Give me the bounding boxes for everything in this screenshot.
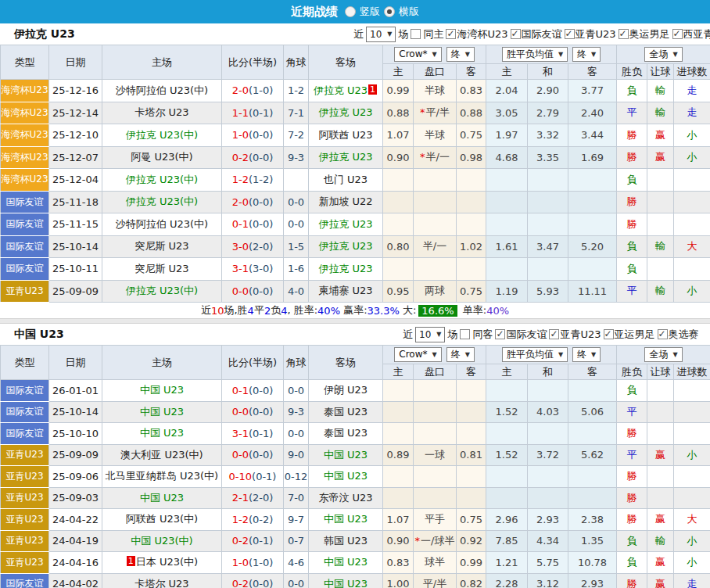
team-link[interactable]: 中国 U23	[324, 513, 368, 525]
layout-vertical-label[interactable]: 竖版	[360, 5, 380, 19]
team-link[interactable]: 中国 U23	[140, 406, 184, 418]
team-link[interactable]: 突尼斯 U23	[134, 263, 188, 274]
mean-select[interactable]: 胜平负均值▼	[502, 347, 568, 362]
result-cell: 平	[617, 401, 647, 423]
league-filter-label[interactable]: 奥选赛	[669, 328, 699, 342]
team-link[interactable]: 也门 U23	[324, 174, 368, 185]
team-link[interactable]: 澳大利亚 U23(中)	[120, 449, 203, 461]
odds-away-cell	[457, 401, 486, 423]
odds-company-select[interactable]: Crow*▼	[394, 47, 441, 62]
odds-home-cell: 0.80	[383, 235, 414, 258]
layout-vertical-radio[interactable]	[345, 6, 356, 17]
team-link[interactable]: 突尼斯 U23	[134, 240, 188, 252]
team-link[interactable]: 东帝汶 U23	[318, 492, 372, 504]
recent-count-select[interactable]: 10▼	[415, 327, 445, 342]
league-checkbox[interactable]	[495, 329, 505, 339]
league-filter-label[interactable]: 国际友谊	[506, 328, 547, 342]
team-link[interactable]: 伊拉克 U23(中)	[126, 195, 198, 207]
team-link[interactable]: 伊拉克 U23	[314, 84, 368, 96]
team-link[interactable]: 伊拉克 U23(中)	[126, 174, 198, 185]
team-link[interactable]: 新加坡 U22	[318, 195, 372, 207]
league-filter-label[interactable]: 奥运男足	[629, 27, 670, 41]
team-link[interactable]: 中国 U23	[140, 384, 184, 396]
team-link[interactable]: 中国 U23	[324, 470, 368, 482]
same-venue-checkbox[interactable]	[411, 29, 421, 39]
odds-company-select[interactable]: Crow*▼	[394, 347, 441, 362]
mean-away-cell: 10.78	[568, 552, 617, 574]
date-cell: 25-12-04	[49, 169, 102, 192]
goals-result-cell: 大	[674, 509, 710, 531]
odds-select-group: Crow*▼终▼	[383, 346, 486, 364]
handicap-star: *	[415, 535, 421, 547]
match-row: 海湾杯U2325-12-10伊拉克 U23(中)1-0(0-0)7-2阿联酋 U…	[1, 124, 710, 147]
team-link[interactable]: 伊拉克 U23	[318, 151, 372, 163]
mean-state-select[interactable]: 终▼	[572, 47, 601, 62]
team-link[interactable]: 泰国 U23	[324, 427, 368, 439]
scope-select[interactable]: 全场▼	[644, 347, 682, 362]
away-team-cell: 中国 U23	[309, 444, 383, 466]
away-team-cell: 伊拉克 U23	[309, 213, 383, 236]
final-score: 1-2	[232, 174, 249, 185]
league-checkbox[interactable]	[658, 329, 668, 339]
home-team-cell: 中国 U23	[102, 380, 222, 402]
team-link[interactable]: 中国 U23	[140, 427, 184, 439]
col-header-handicap: 盘口	[414, 364, 457, 380]
mean-state-select[interactable]: 终▼	[572, 347, 601, 362]
mean-select[interactable]: 胜平负均值▼	[502, 47, 568, 62]
mean-home-cell: 4.68	[486, 146, 528, 169]
league-filter-label[interactable]: 亚青U23	[576, 27, 616, 41]
team-link[interactable]: 阿联酋 U23	[318, 129, 372, 141]
team-link[interactable]: 阿曼 U23(中)	[131, 151, 192, 163]
team-link[interactable]: 伊拉克 U23(中)	[126, 285, 198, 296]
league-checkbox[interactable]	[672, 29, 683, 39]
recent-count-select[interactable]: 10▼	[366, 27, 396, 42]
team-link[interactable]: 中国 U23	[324, 449, 368, 461]
same-venue-label[interactable]: 同客	[472, 328, 493, 342]
team-link[interactable]: 伊拉克 U23	[318, 106, 372, 118]
team-link[interactable]: 伊拉克 U23(中)	[126, 129, 198, 141]
near-label: 近	[353, 27, 364, 41]
team-link[interactable]: 韩国 U23	[324, 535, 368, 547]
team-link[interactable]: 伊拉克 U23	[318, 263, 372, 274]
team-link[interactable]: 中国 U23(中)	[131, 535, 192, 547]
same-venue-label[interactable]: 同主	[423, 27, 443, 41]
league-filter-label[interactable]: 亚运男足	[615, 328, 655, 342]
team-link[interactable]: 日本 U23(中)	[136, 556, 198, 568]
team-link[interactable]: 中国 U23	[324, 578, 368, 588]
league-filter-label[interactable]: 国际友谊	[522, 27, 562, 41]
league-checkbox[interactable]	[619, 29, 629, 39]
team-link[interactable]: 伊拉克 U23	[318, 218, 372, 230]
team-link[interactable]: 中国 U23	[324, 556, 368, 568]
team-link[interactable]: 泰国 U23	[324, 406, 368, 418]
team-link[interactable]: 伊朗 U23	[324, 384, 368, 396]
team-link[interactable]: 卡塔尔 U23	[134, 578, 188, 588]
odds-away-cell: 0.75	[457, 509, 486, 531]
scope-select[interactable]: 全场▼	[644, 47, 682, 62]
corner-cell	[284, 169, 309, 192]
team-link[interactable]: 阿联酋 U23(中)	[126, 513, 198, 525]
league-checkbox[interactable]	[511, 29, 521, 39]
chevron-down-icon: ▼	[436, 331, 441, 338]
mean-draw-cell	[528, 423, 568, 445]
league-filter-label[interactable]: 西亚青锦	[683, 27, 710, 41]
layout-horizontal-radio[interactable]	[384, 6, 395, 17]
col-header-handicap: 盘口	[414, 64, 457, 80]
match-row: 亚青U2325-09-09伊拉克 U23(中)0-0(0-0)4-0柬埔寨 U2…	[1, 280, 710, 303]
odds-state-select[interactable]: 终▼	[446, 47, 475, 62]
team-link[interactable]: 卡塔尔 U23	[134, 106, 188, 118]
league-checkbox[interactable]	[549, 329, 559, 339]
team-link[interactable]: 沙特阿拉伯 U23(中)	[116, 84, 208, 96]
team-link[interactable]: 中国 U23	[140, 492, 184, 504]
team-link[interactable]: 柬埔寨 U23	[318, 285, 372, 296]
league-checkbox[interactable]	[604, 329, 614, 339]
same-venue-checkbox[interactable]	[460, 329, 470, 339]
league-checkbox[interactable]	[446, 29, 456, 39]
team-link[interactable]: 伊拉克 U23	[318, 240, 372, 252]
team-link[interactable]: 北马里亚纳群岛 U23(中)	[106, 470, 218, 482]
league-filter-label[interactable]: 海湾杯U23	[457, 27, 507, 41]
team-link[interactable]: 沙特阿拉伯 U23(中)	[116, 218, 208, 230]
league-checkbox[interactable]	[565, 29, 575, 39]
layout-horizontal-label[interactable]: 横版	[399, 5, 419, 19]
league-filter-label[interactable]: 亚青U23	[560, 328, 601, 342]
odds-state-select[interactable]: 终▼	[446, 347, 475, 362]
